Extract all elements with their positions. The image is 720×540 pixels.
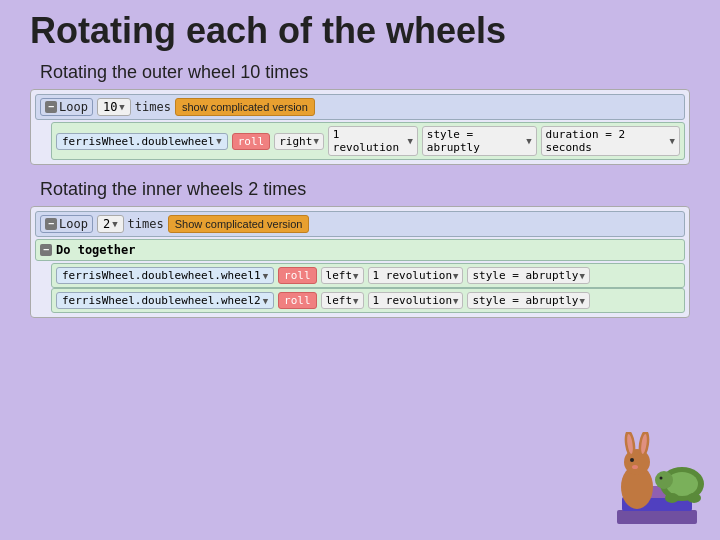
- direction-dropdown-w1: ▼: [353, 271, 358, 281]
- loop-label-1: − Loop: [40, 98, 93, 116]
- action-pill-1[interactable]: roll: [232, 133, 271, 150]
- rev-pill-1[interactable]: 1 revolution ▼: [328, 126, 418, 156]
- character-illustration: [602, 432, 712, 532]
- section2-code-block: − Loop 2 ▼ times Show complicated versio…: [30, 206, 690, 318]
- style-pill-w1[interactable]: style = abruptly ▼: [467, 267, 589, 284]
- direction-dropdown-w2: ▼: [353, 296, 358, 306]
- rev-text-w2: 1 revolution: [373, 294, 452, 307]
- book-bottom: [617, 510, 697, 524]
- style-text-1: style = abruptly: [427, 128, 525, 154]
- action-pill-w1[interactable]: roll: [278, 267, 317, 284]
- times-pill-2[interactable]: 2 ▼: [97, 215, 124, 233]
- method-dropdown-w2: ▼: [263, 296, 268, 306]
- rev-text-1: 1 revolution: [333, 128, 407, 154]
- page-title: Rotating each of the wheels: [20, 10, 700, 52]
- section2-loop-row: − Loop 2 ▼ times Show complicated versio…: [35, 211, 685, 237]
- turtle-head: [655, 471, 673, 489]
- times-unit-2: times: [128, 217, 164, 231]
- loop-label-2: − Loop: [40, 215, 93, 233]
- direction-pill-1[interactable]: right ▼: [274, 133, 324, 150]
- show-complicated-btn-2[interactable]: Show complicated version: [168, 215, 310, 233]
- style-dropdown-w2: ▼: [579, 296, 584, 306]
- section1-loop-row: − Loop 10 ▼ times show complicated versi…: [35, 94, 685, 120]
- style-dropdown-w1: ▼: [579, 271, 584, 281]
- direction-text-1: right: [279, 135, 312, 148]
- rev-text-w1: 1 revolution: [373, 269, 452, 282]
- rev-dropdown-w1: ▼: [453, 271, 458, 281]
- direction-dropdown-1: ▼: [313, 136, 318, 146]
- action-pill-w2[interactable]: roll: [278, 292, 317, 309]
- times-unit-1: times: [135, 100, 171, 114]
- direction-pill-w2[interactable]: left ▼: [321, 292, 364, 309]
- style-dropdown-1: ▼: [526, 136, 531, 146]
- times-dropdown-arrow-1: ▼: [119, 102, 124, 112]
- show-complicated-btn-1[interactable]: show complicated version: [175, 98, 315, 116]
- section1-label: Rotating the outer wheel 10 times: [20, 62, 700, 83]
- duration-pill-1[interactable]: duration = 2 seconds ▼: [541, 126, 680, 156]
- rev-dropdown-1: ▼: [407, 136, 412, 146]
- style-text-w2: style = abruptly: [472, 294, 578, 307]
- main-container: Rotating each of the wheels Rotating the…: [0, 0, 720, 540]
- turtle-leg-rl: [687, 493, 701, 503]
- direction-pill-w1[interactable]: left ▼: [321, 267, 364, 284]
- method-dropdown-w1: ▼: [263, 271, 268, 281]
- rabbit-eye: [630, 458, 634, 462]
- turtle-eye: [660, 477, 663, 480]
- times-value-1: 10: [103, 100, 117, 114]
- method-dropdown-1: ▼: [216, 136, 221, 146]
- method-pill-1[interactable]: ferrisWheel.doublewheel ▼: [56, 133, 228, 150]
- direction-text-w1: left: [326, 269, 353, 282]
- method-text-w2: ferrisWheel.doublewheel.wheel2: [62, 294, 261, 307]
- method-text-w1: ferrisWheel.doublewheel.wheel1: [62, 269, 261, 282]
- duration-text-1: duration = 2 seconds: [546, 128, 669, 154]
- direction-text-w2: left: [326, 294, 353, 307]
- turtle-leg-fl: [665, 493, 679, 503]
- section1-code-block: − Loop 10 ▼ times show complicated versi…: [30, 89, 690, 165]
- section2-wheel2-row: ferrisWheel.doublewheel.wheel2 ▼ roll le…: [51, 288, 685, 313]
- method-text-1: ferrisWheel.doublewheel: [62, 135, 214, 148]
- times-dropdown-arrow-2: ▼: [112, 219, 117, 229]
- rev-dropdown-w2: ▼: [453, 296, 458, 306]
- style-pill-w2[interactable]: style = abruptly ▼: [467, 292, 589, 309]
- style-pill-1[interactable]: style = abruptly ▼: [422, 126, 537, 156]
- do-together-label: Do together: [56, 243, 135, 257]
- times-value-2: 2: [103, 217, 110, 231]
- characters-svg: [602, 432, 712, 532]
- times-pill-1[interactable]: 10 ▼: [97, 98, 131, 116]
- section1-inner-row: ferrisWheel.doublewheel ▼ roll right ▼ 1…: [51, 122, 685, 160]
- method-pill-w2[interactable]: ferrisWheel.doublewheel.wheel2 ▼: [56, 292, 274, 309]
- minus-icon-1: −: [45, 101, 57, 113]
- minus-icon-dt: −: [40, 244, 52, 256]
- rabbit-nose: [632, 465, 638, 469]
- minus-icon-2: −: [45, 218, 57, 230]
- section2-label: Rotating the inner wheels 2 times: [20, 179, 700, 200]
- style-text-w1: style = abruptly: [472, 269, 578, 282]
- rev-pill-w1[interactable]: 1 revolution ▼: [368, 267, 464, 284]
- duration-dropdown-1: ▼: [670, 136, 675, 146]
- section2-wheel1-row: ferrisWheel.doublewheel.wheel1 ▼ roll le…: [51, 263, 685, 288]
- rev-pill-w2[interactable]: 1 revolution ▼: [368, 292, 464, 309]
- do-together-row: − Do together: [35, 239, 685, 261]
- method-pill-w1[interactable]: ferrisWheel.doublewheel.wheel1 ▼: [56, 267, 274, 284]
